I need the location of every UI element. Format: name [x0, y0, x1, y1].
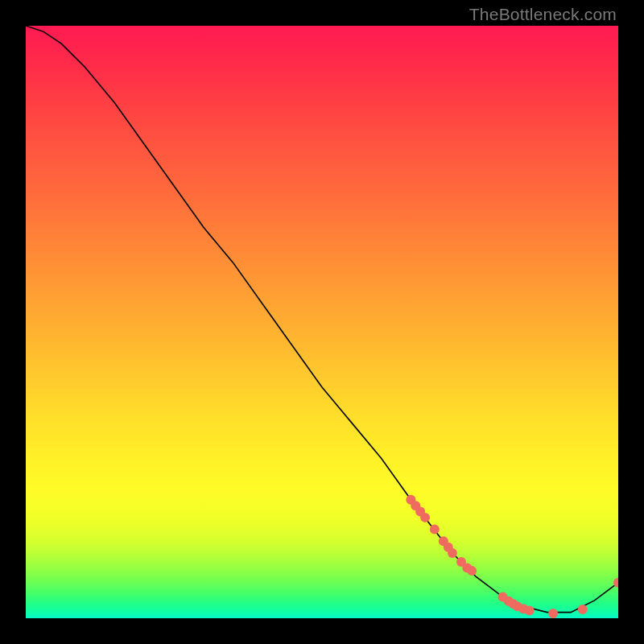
marker-dot: [525, 605, 535, 615]
marker-dot: [548, 609, 558, 618]
watermark-text: TheBottleneck.com: [469, 5, 617, 24]
plot-area: [26, 26, 618, 618]
marker-dot: [448, 548, 457, 558]
bottleneck-curve-path: [26, 26, 618, 613]
marker-group: [406, 495, 618, 618]
marker-dot: [578, 605, 588, 614]
marker-dot: [430, 525, 440, 535]
marker-dot: [420, 513, 430, 522]
chart-svg: [26, 26, 618, 618]
marker-dot: [467, 566, 477, 576]
chart-frame: TheBottleneck.com: [0, 0, 644, 644]
